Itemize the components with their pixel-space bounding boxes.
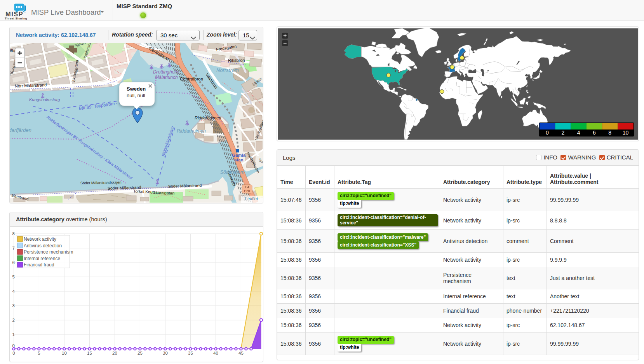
svg-text:15: 15 [87, 351, 92, 355]
svg-text:4: 4 [577, 130, 580, 136]
svg-text:Söder Mälarstrandskajen: Söder Mälarstrandskajen [80, 180, 122, 185]
svg-text:Riddarholmen: Riddarholmen [195, 116, 221, 120]
svg-text:8: 8 [12, 231, 15, 236]
svg-text:2: 2 [561, 130, 564, 136]
svg-text:7: 7 [12, 246, 15, 250]
svg-text:stan: stan [234, 158, 244, 162]
svg-text:Norrström: Norrström [216, 67, 239, 73]
svg-text:Söderström: Söderström [220, 170, 244, 175]
svg-text:Network activity: Network activity [24, 236, 56, 242]
svg-text:20: 20 [112, 351, 117, 355]
svg-text:Riddarfjärden: Riddarfjärden [10, 127, 31, 133]
svg-text:1: 1 [12, 332, 15, 337]
svg-text:Kungsholmstorg: Kungsholmstorg [29, 97, 60, 102]
svg-text:35: 35 [188, 351, 193, 355]
svg-text:Internal reference: Internal reference [24, 256, 60, 261]
svg-text:Leaflet: Leaflet [245, 196, 258, 201]
svg-text:Financial fraud: Financial fraud [24, 262, 54, 268]
svg-text:5: 5 [12, 275, 15, 279]
svg-text:null, null: null, null [127, 93, 145, 98]
svg-text:Persistence mechanism: Persistence mechanism [24, 249, 73, 255]
svg-text:Drottingholm,: Drottingholm, [153, 69, 181, 75]
svg-text:2: 2 [12, 318, 15, 322]
svg-text:Mälarlunch: Mälarlunch [155, 75, 178, 80]
svg-text:40: 40 [213, 351, 218, 355]
svg-text:25: 25 [138, 351, 143, 355]
svg-text:Centralbron: Centralbron [180, 77, 203, 81]
svg-text:Riksbron: Riksbron [228, 58, 245, 63]
svg-text:10: 10 [623, 130, 629, 136]
svg-text:Gamla: Gamla [232, 153, 246, 158]
svg-text:3: 3 [12, 303, 15, 308]
svg-text:4: 4 [12, 289, 15, 294]
svg-text:0: 0 [12, 351, 15, 355]
svg-text:Antivirus detection: Antivirus detection [24, 243, 62, 248]
svg-text:45: 45 [238, 351, 244, 355]
svg-text:6: 6 [12, 260, 15, 265]
svg-text:Threat Sharing: Threat Sharing [5, 17, 27, 20]
svg-text:Riddarholmen: Riddarholmen [177, 128, 206, 134]
svg-text:5: 5 [38, 351, 40, 355]
svg-text:E20: E20 [244, 189, 250, 193]
svg-text:8: 8 [608, 130, 611, 136]
svg-text:Sweden: Sweden [127, 86, 146, 92]
svg-text:10: 10 [62, 351, 67, 355]
svg-text:E4: E4 [245, 185, 249, 189]
svg-text:6: 6 [593, 130, 596, 136]
svg-text:30: 30 [163, 351, 168, 355]
svg-text:0: 0 [546, 130, 549, 136]
